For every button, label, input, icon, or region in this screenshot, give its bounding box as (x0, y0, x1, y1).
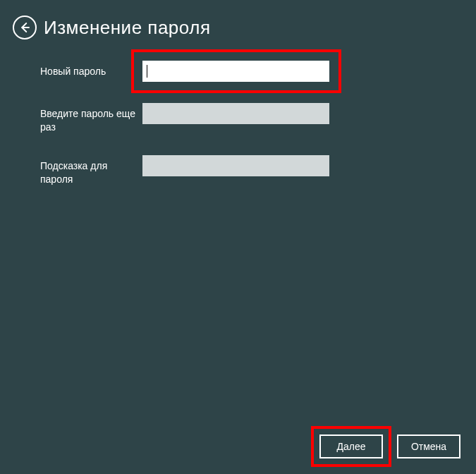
repeat-password-label: Введите пароль еще раз (40, 103, 142, 134)
next-button[interactable]: Далее (319, 435, 383, 458)
repeat-password-input-wrap (142, 103, 329, 124)
repeat-password-input[interactable] (142, 103, 329, 124)
next-button-wrap: Далее (319, 435, 383, 458)
new-password-input[interactable] (142, 61, 329, 82)
back-button[interactable] (13, 16, 37, 40)
password-hint-input-wrap (142, 155, 329, 176)
password-form: Новый пароль Введите пароль еще раз Подс… (0, 40, 476, 186)
password-hint-row: Подсказка для пароля (40, 155, 476, 186)
new-password-row: Новый пароль (40, 61, 476, 82)
cancel-button[interactable]: Отмена (397, 435, 460, 458)
password-hint-input[interactable] (142, 155, 329, 176)
text-caret (147, 65, 147, 78)
password-hint-label: Подсказка для пароля (40, 155, 142, 186)
new-password-input-wrap (142, 61, 329, 82)
new-password-label: Новый пароль (40, 61, 142, 78)
page-title: Изменение пароля (44, 17, 210, 39)
header: Изменение пароля (0, 0, 476, 40)
footer-buttons: Далее Отмена (319, 435, 460, 458)
repeat-password-row: Введите пароль еще раз (40, 103, 476, 134)
arrow-left-icon (18, 21, 31, 34)
